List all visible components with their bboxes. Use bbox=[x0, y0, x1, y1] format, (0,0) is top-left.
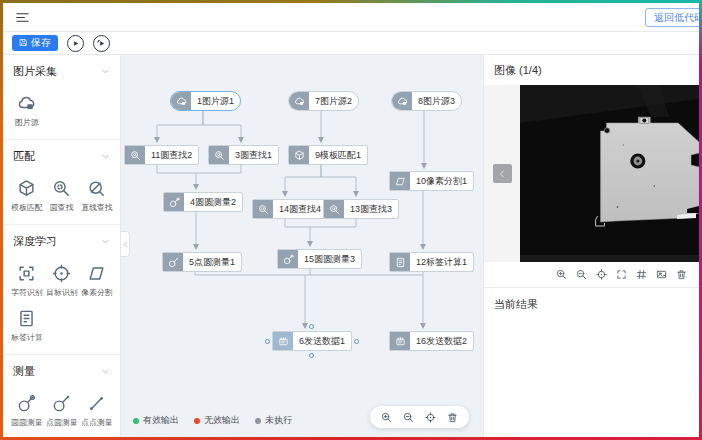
flow-node[interactable]: 10像素分割1 bbox=[389, 171, 474, 191]
image-panel-title: 图像 (1/4) bbox=[484, 55, 699, 85]
main-body: 图片采集图片源匹配模板匹配圆查找直线查找深度学习字符识别目标识别像素分割标签计算… bbox=[3, 55, 699, 437]
sidebar-item-label: 点点测量 bbox=[81, 417, 112, 428]
cloud-image-icon bbox=[392, 92, 412, 110]
node-label: 3圆查找1 bbox=[229, 146, 278, 164]
chevron-down-icon[interactable] bbox=[101, 362, 110, 380]
flow-node[interactable]: 8图片源3 bbox=[391, 91, 462, 111]
node-port[interactable] bbox=[265, 339, 270, 344]
node-label: 4圆圆测量2 bbox=[184, 193, 242, 211]
current-result-title: 当前结果 bbox=[484, 288, 699, 321]
node-port[interactable] bbox=[354, 339, 359, 344]
legend-label: 未执行 bbox=[265, 414, 292, 427]
save-icon bbox=[19, 38, 28, 49]
image-locate-button[interactable] bbox=[596, 269, 607, 280]
image-fit-button[interactable] bbox=[656, 269, 667, 280]
canvas-zoom-in-button[interactable] bbox=[381, 412, 392, 423]
circle-find-icon bbox=[52, 179, 71, 198]
image-clear-button[interactable] bbox=[676, 269, 687, 280]
back-to-lowcode-button[interactable]: 返回低代码 bbox=[645, 8, 702, 27]
flow-node[interactable]: 4圆圆测量2 bbox=[163, 192, 243, 212]
run-button[interactable] bbox=[67, 35, 84, 52]
sidebar-item-label: 目标识别 bbox=[46, 287, 77, 298]
sidebar-item-label: 标签计算 bbox=[11, 332, 42, 343]
legend-item: 无效输出 bbox=[194, 414, 240, 427]
flow-node[interactable]: 15圆圆测量3 bbox=[277, 249, 362, 269]
sidebar-item[interactable]: 圆查找 bbox=[44, 179, 79, 214]
sidebar-item[interactable]: 直线查找 bbox=[79, 179, 114, 214]
canvas-clear-button[interactable] bbox=[447, 412, 458, 423]
top-bar: 返回低代码 bbox=[3, 3, 699, 32]
flow-canvas[interactable]: 1图片源17图片源28图片源311圆查找23圆查找19模板匹配110像素分割14… bbox=[121, 55, 483, 437]
sidebar-item-label: 图片源 bbox=[15, 117, 38, 128]
image-fullscreen-button[interactable] bbox=[616, 269, 627, 280]
sidebar-section-header[interactable]: 图片采集 bbox=[3, 55, 120, 88]
node-label: 15圆圆测量3 bbox=[298, 250, 361, 268]
flow-node[interactable]: 14圆查找4 bbox=[252, 199, 328, 219]
chevron-down-icon[interactable] bbox=[101, 232, 110, 250]
sidebar-section-header[interactable]: 深度学习 bbox=[3, 225, 120, 258]
chevron-down-icon[interactable] bbox=[101, 62, 110, 80]
sidebar-section-header[interactable]: 匹配 bbox=[3, 140, 120, 173]
measure-cc-icon bbox=[278, 250, 298, 268]
sidebar-section-header[interactable]: 测量 bbox=[3, 355, 120, 388]
node-port[interactable] bbox=[309, 324, 314, 329]
image-zoom-out-button[interactable] bbox=[576, 269, 587, 280]
flow-node[interactable]: 11圆查找2 bbox=[124, 145, 199, 165]
flow-node[interactable]: 12标签计算1 bbox=[389, 252, 474, 272]
measure-cc-icon bbox=[164, 193, 184, 211]
flow-node[interactable]: 13圆查找3 bbox=[323, 199, 399, 219]
sidebar-item-label: 直线查找 bbox=[81, 202, 112, 213]
flow-node[interactable]: 5点圆测量1 bbox=[162, 252, 242, 272]
run-continuous-button[interactable] bbox=[93, 35, 110, 52]
sidebar-section: 测量圆圆测量点圆测量点点测量 bbox=[3, 355, 120, 437]
sidebar-item-label: 模板匹配 bbox=[11, 202, 42, 213]
flow-edges bbox=[121, 55, 483, 437]
sidebar-item[interactable]: 图片源 bbox=[9, 94, 44, 129]
template-match-icon bbox=[289, 146, 309, 164]
ocr-icon bbox=[17, 264, 36, 283]
sidebar-item[interactable]: 像素分割 bbox=[79, 264, 114, 299]
flow-node[interactable]: 9模板匹配1 bbox=[288, 145, 368, 165]
sidebar-item[interactable]: 标签计算 bbox=[9, 309, 44, 344]
tool-sidebar: 图片采集图片源匹配模板匹配圆查找直线查找深度学习字符识别目标识别像素分割标签计算… bbox=[3, 55, 121, 437]
menu-icon[interactable] bbox=[14, 10, 30, 26]
sidebar-item-label: 圆查找 bbox=[50, 202, 73, 213]
sidebar-item[interactable]: 点圆测量 bbox=[44, 394, 79, 429]
send-data-icon bbox=[273, 332, 293, 350]
prev-image-button[interactable] bbox=[493, 164, 512, 183]
node-label: 7图片源2 bbox=[309, 92, 358, 110]
legend-item: 未执行 bbox=[255, 414, 292, 427]
play-icon bbox=[70, 38, 81, 49]
image-grid-button[interactable] bbox=[636, 269, 647, 280]
sidebar-item[interactable]: 点点测量 bbox=[79, 394, 114, 429]
legend-dot bbox=[194, 418, 200, 424]
flow-node[interactable]: 16发送数据2 bbox=[389, 331, 474, 351]
sidebar-item[interactable]: 目标识别 bbox=[44, 264, 79, 299]
node-label: 8图片源3 bbox=[412, 92, 461, 110]
node-label: 11圆查找2 bbox=[145, 146, 198, 164]
chevron-down-icon[interactable] bbox=[101, 147, 110, 165]
node-port[interactable] bbox=[309, 353, 314, 358]
node-label: 1图片源1 bbox=[191, 92, 240, 110]
sidebar-item-label: 像素分割 bbox=[81, 287, 112, 298]
image-nav-strip bbox=[484, 85, 520, 262]
sidebar-item[interactable]: 字符识别 bbox=[9, 264, 44, 299]
flow-node[interactable]: 6发送数据1 bbox=[272, 331, 352, 351]
sidebar-collapse-handle[interactable] bbox=[121, 231, 130, 257]
canvas-zoom-out-button[interactable] bbox=[403, 412, 414, 423]
image-zoom-in-button[interactable] bbox=[556, 269, 567, 280]
node-label: 6发送数据1 bbox=[293, 332, 351, 350]
save-button[interactable]: 保存 bbox=[12, 35, 58, 51]
flow-node[interactable]: 3圆查找1 bbox=[208, 145, 279, 165]
section-title: 图片采集 bbox=[13, 64, 57, 79]
sidebar-item[interactable]: 模板匹配 bbox=[9, 179, 44, 214]
cloud-image-icon bbox=[289, 92, 309, 110]
flow-node[interactable]: 7图片源2 bbox=[288, 91, 359, 111]
sidebar-item[interactable]: 圆圆测量 bbox=[9, 394, 44, 429]
sidebar-item-label: 点圆测量 bbox=[46, 417, 77, 428]
line-find-icon bbox=[87, 179, 106, 198]
flow-node[interactable]: 1图片源1 bbox=[170, 91, 241, 111]
circle-find-icon bbox=[253, 200, 273, 218]
canvas-fit-view-button[interactable] bbox=[425, 412, 436, 423]
frame-border-top bbox=[0, 0, 702, 3]
